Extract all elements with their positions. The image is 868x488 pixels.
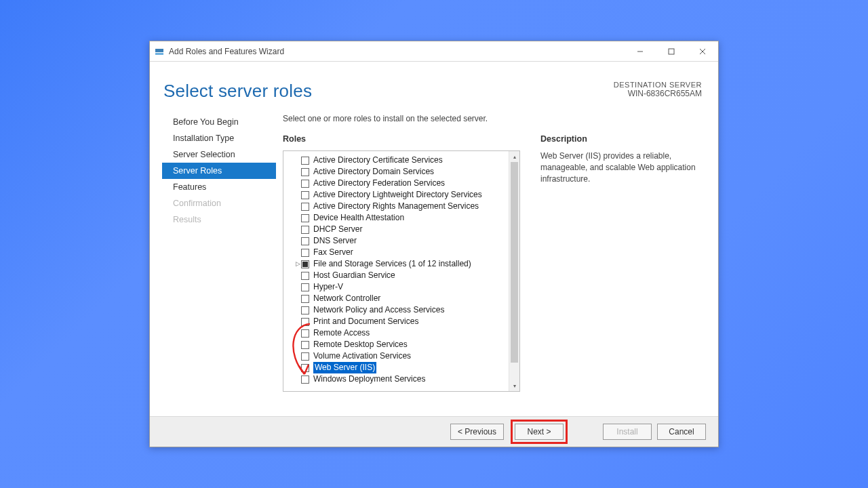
role-label[interactable]: Hyper-V (313, 281, 343, 293)
page-title: Select server roles (163, 81, 312, 102)
role-label[interactable]: Remote Access (313, 327, 370, 339)
role-row[interactable]: Web Server (IIS) (288, 362, 519, 373)
role-row[interactable]: Active Directory Rights Management Servi… (288, 201, 519, 212)
roles-scrollbar[interactable]: ▴ ▾ (509, 151, 519, 391)
role-label[interactable]: Active Directory Domain Services (313, 166, 434, 178)
role-checkbox[interactable] (301, 214, 309, 222)
role-checkbox[interactable] (301, 295, 309, 303)
window-title: Add Roles and Features Wizard (169, 47, 625, 56)
scrollbar-track[interactable] (509, 162, 519, 380)
svg-rect-3 (669, 49, 674, 54)
role-row[interactable]: Remote Desktop Services (288, 339, 519, 350)
role-row[interactable]: DNS Server (288, 235, 519, 247)
role-row[interactable]: Active Directory Federation Services (288, 178, 519, 189)
minimize-button[interactable] (625, 41, 656, 61)
server-manager-icon (154, 46, 165, 57)
role-label[interactable]: Active Directory Lightweight Directory S… (313, 189, 482, 201)
cancel-button[interactable]: Cancel (657, 424, 706, 440)
scroll-down-button[interactable]: ▾ (509, 380, 520, 391)
role-checkbox[interactable] (301, 237, 309, 245)
role-checkbox[interactable] (301, 249, 309, 257)
svg-rect-0 (155, 49, 163, 52)
sidebar-step-server-selection[interactable]: Server Selection (162, 146, 276, 163)
role-checkbox[interactable] (301, 329, 309, 338)
role-label[interactable]: DHCP Server (313, 224, 362, 235)
role-row[interactable]: Volume Activation Services (288, 350, 519, 362)
role-checkbox[interactable] (301, 226, 309, 234)
role-row[interactable]: Active Directory Certificate Services (288, 155, 519, 166)
titlebar: Add Roles and Features Wizard (150, 41, 718, 62)
role-label[interactable]: File and Storage Services (1 of 12 insta… (313, 258, 471, 270)
wizard-header: Select server roles DESTINATION SERVER W… (150, 62, 718, 114)
role-label[interactable]: Fax Server (313, 247, 353, 258)
role-label[interactable]: Host Guardian Service (313, 270, 395, 281)
role-checkbox[interactable] (301, 375, 309, 384)
sidebar-step-installation-type[interactable]: Installation Type (162, 130, 276, 146)
role-row[interactable]: Windows Deployment Services (288, 373, 519, 385)
role-expander-icon[interactable]: ▷ (294, 258, 301, 270)
role-checkbox[interactable] (301, 352, 309, 361)
sidebar-step-features[interactable]: Features (162, 179, 276, 195)
destination-info: DESTINATION SERVER WIN-6836CR655AM (614, 81, 702, 98)
svg-rect-1 (155, 53, 163, 55)
role-label[interactable]: Windows Deployment Services (313, 373, 425, 385)
instruction-text: Select one or more roles to install on t… (283, 114, 530, 123)
roles-listbox[interactable]: Active Directory Certificate ServicesAct… (283, 150, 520, 392)
role-checkbox[interactable] (301, 272, 309, 280)
roles-heading: Roles (283, 134, 530, 144)
role-row[interactable]: Hyper-V (288, 281, 519, 293)
role-checkbox[interactable] (301, 168, 309, 176)
maximize-button[interactable] (656, 41, 687, 61)
role-row[interactable]: Print and Document Services (288, 316, 519, 327)
role-row[interactable]: DHCP Server (288, 224, 519, 235)
scrollbar-thumb[interactable] (511, 162, 518, 363)
role-row[interactable]: Host Guardian Service (288, 270, 519, 281)
role-checkbox[interactable] (301, 283, 309, 291)
wizard-footer: < Previous Next > Install Cancel (150, 417, 718, 447)
install-button: Install (603, 424, 652, 440)
sidebar-step-confirmation: Confirmation (162, 195, 276, 211)
role-checkbox[interactable] (301, 180, 309, 188)
next-button[interactable]: Next > (515, 424, 564, 440)
role-row[interactable]: Remote Access (288, 327, 519, 339)
role-label[interactable]: Print and Document Services (313, 316, 418, 327)
role-label[interactable]: Volume Activation Services (313, 350, 411, 362)
role-label[interactable]: DNS Server (313, 235, 357, 247)
role-checkbox[interactable] (301, 364, 309, 372)
role-row[interactable]: Active Directory Lightweight Directory S… (288, 189, 519, 201)
previous-button[interactable]: < Previous (450, 424, 504, 440)
role-label[interactable]: Network Policy and Access Services (313, 304, 444, 316)
role-checkbox[interactable] (301, 260, 309, 268)
role-row[interactable]: Active Directory Domain Services (288, 166, 519, 178)
role-label[interactable]: Web Server (IIS) (313, 362, 376, 373)
next-button-annotation-highlight: Next > (511, 420, 568, 444)
role-checkbox[interactable] (301, 203, 309, 211)
role-label[interactable]: Active Directory Rights Management Servi… (313, 201, 479, 212)
wizard-window: Add Roles and Features Wizard Select ser… (149, 41, 719, 447)
role-row[interactable]: ▷File and Storage Services (1 of 12 inst… (288, 258, 519, 270)
destination-label: DESTINATION SERVER (614, 81, 702, 89)
role-checkbox[interactable] (301, 306, 309, 314)
wizard-steps-sidebar: Before You BeginInstallation TypeServer … (162, 114, 276, 416)
destination-server-name: WIN-6836CR655AM (614, 89, 702, 98)
sidebar-step-results: Results (162, 211, 276, 228)
role-label[interactable]: Active Directory Certificate Services (313, 155, 443, 166)
sidebar-step-before-you-begin[interactable]: Before You Begin (162, 114, 276, 130)
role-checkbox[interactable] (301, 341, 309, 349)
description-heading: Description (540, 134, 706, 144)
role-row[interactable]: Device Health Attestation (288, 212, 519, 224)
description-text: Web Server (IIS) provides a reliable, ma… (540, 150, 706, 184)
role-label[interactable]: Device Health Attestation (313, 212, 404, 224)
role-checkbox[interactable] (301, 318, 309, 326)
sidebar-step-server-roles[interactable]: Server Roles (162, 163, 276, 179)
scroll-up-button[interactable]: ▴ (509, 151, 520, 162)
role-checkbox[interactable] (301, 157, 309, 165)
role-checkbox[interactable] (301, 191, 309, 199)
role-label[interactable]: Active Directory Federation Services (313, 178, 445, 189)
role-row[interactable]: Fax Server (288, 247, 519, 258)
role-row[interactable]: Network Policy and Access Services (288, 304, 519, 316)
role-label[interactable]: Remote Desktop Services (313, 339, 408, 350)
role-row[interactable]: Network Controller (288, 293, 519, 304)
close-button[interactable] (687, 41, 718, 61)
role-label[interactable]: Network Controller (313, 293, 380, 304)
